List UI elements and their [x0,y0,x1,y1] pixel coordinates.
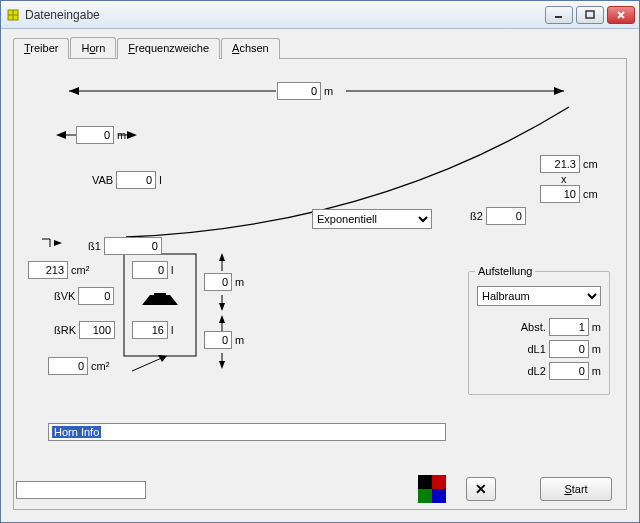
unit: cm [583,158,598,170]
input-dl1[interactable] [549,340,589,358]
svg-marker-21 [219,303,225,311]
field-throat-area: cm² [28,261,89,279]
input-left-width[interactable] [76,126,114,144]
svg-rect-4 [586,11,594,18]
tab-treiber[interactable]: Treiber [13,38,69,59]
field-beta1: ß1 [88,237,162,255]
svg-marker-7 [69,87,79,95]
window-buttons [545,6,635,24]
minimize-button[interactable] [545,6,573,24]
tab-achsen[interactable]: Achsen [221,38,280,59]
tabstrip: Treiber Horn Frequenzweiche Achsen [13,37,627,59]
svg-marker-8 [554,87,564,95]
bottom-input[interactable] [16,481,146,499]
unit: m [592,321,601,333]
label-mouth-x: x [561,173,567,185]
tab-horn[interactable]: Horn [70,37,116,58]
label: ßRK [54,324,76,336]
input-dl2[interactable] [549,362,589,380]
svg-marker-10 [56,131,66,139]
input-vol1[interactable] [132,261,168,279]
horn-info-input[interactable]: Horn Info [48,423,446,441]
input-bvk[interactable] [78,287,114,305]
swatch-red[interactable] [432,475,446,489]
aufstellung-combo[interactable]: Halbraum [477,286,601,306]
svg-marker-12 [127,131,137,139]
unit: m [592,343,601,355]
input-height-bot[interactable] [204,331,232,349]
field-vol1: l [132,261,173,279]
start-button[interactable]: Start [540,477,612,501]
field-brk: ßRK [54,321,115,339]
input-mouth-height[interactable] [540,155,580,173]
label: x [561,173,567,185]
content: Treiber Horn Frequenzweiche Achsen [13,37,627,510]
tab-label: requenzweiche [135,42,209,54]
horn-info-text: Horn Info [52,426,101,438]
input-beta2[interactable] [486,207,526,225]
close-button[interactable] [607,6,635,24]
field-left-width: m [76,126,126,144]
field-bvk: ßVK [54,287,114,305]
label: ß2 [470,210,483,222]
input-vol2[interactable] [132,321,168,339]
svg-marker-14 [54,240,62,246]
cancel-button[interactable]: ✕ [466,477,496,501]
tab-label: chsen [239,42,268,54]
tab-pane: m m VAB l Exponentiell [13,59,627,510]
unit: l [171,264,173,276]
label: ßVK [54,290,75,302]
tab-label: reiber [30,42,58,54]
field-vol2: l [132,321,173,339]
unit: l [171,324,173,336]
label: ß1 [88,240,101,252]
swatch-black[interactable] [418,475,432,489]
input-beta1[interactable] [104,237,162,255]
input-mouth-width[interactable] [540,185,580,203]
field-height-top: m [204,273,244,291]
titlebar: Dateneingabe [1,1,639,29]
field-mouth-width: cm [540,185,598,203]
expansion-combo[interactable]: Exponentiell [312,209,432,229]
input-overall-length[interactable] [277,82,321,100]
maximize-button[interactable] [576,6,604,24]
input-height-top[interactable] [204,273,232,291]
unit: m [117,129,126,141]
start-label: Start [564,483,587,495]
input-abst[interactable] [549,318,589,336]
unit: cm² [71,264,89,276]
swatch-green[interactable] [418,489,432,503]
input-throat-area[interactable] [28,261,68,279]
tab-label: rn [96,42,106,54]
group-aufstellung: Aufstellung Halbraum Abst. m dL1 [468,271,610,395]
label: Abst. [521,321,546,333]
input-brk[interactable] [79,321,115,339]
field-area-bottom: cm² [48,357,109,375]
input-area-bottom[interactable] [48,357,88,375]
window: Dateneingabe Treiber Horn Frequenzweiche… [0,0,640,523]
field-mouth-height: cm [540,155,598,173]
svg-marker-23 [219,315,225,323]
group-title: Aufstellung [475,265,535,277]
unit: cm [583,188,598,200]
svg-marker-25 [219,361,225,369]
field-expansion: Exponentiell [312,209,432,229]
diagram-canvas: m m VAB l Exponentiell [14,59,626,489]
unit: m [235,334,244,346]
field-beta2: ß2 [470,207,526,225]
unit: m [324,85,333,97]
svg-line-16 [132,357,164,371]
svg-marker-19 [219,253,225,261]
x-icon: ✕ [475,481,487,497]
label: dL2 [527,365,545,377]
field-overall-length: m [277,82,333,100]
color-swatches [418,475,446,503]
input-vab[interactable] [116,171,156,189]
svg-marker-17 [158,355,167,362]
unit: m [592,365,601,377]
field-height-bot: m [204,331,244,349]
swatch-blue[interactable] [432,489,446,503]
app-icon [5,7,21,23]
unit: m [235,276,244,288]
tab-frequenzweiche[interactable]: Frequenzweiche [117,38,220,59]
